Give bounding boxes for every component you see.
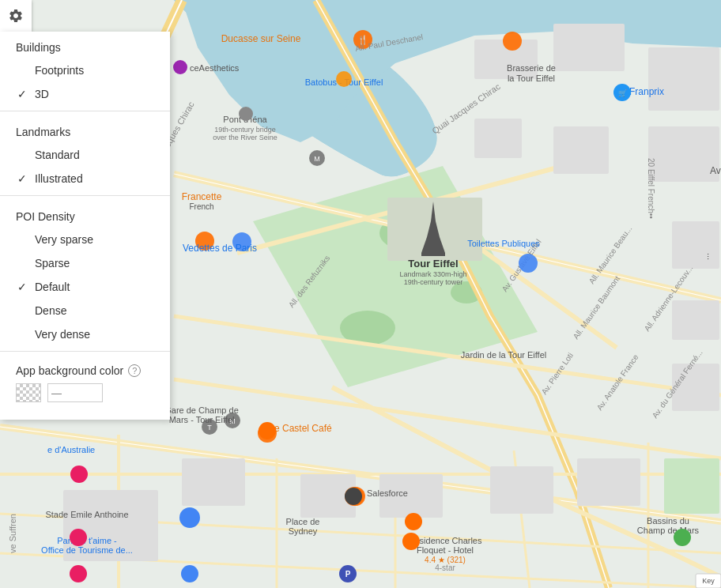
svg-point-57 bbox=[336, 71, 352, 87]
svg-rect-21 bbox=[672, 300, 719, 340]
svg-text:Sydney: Sydney bbox=[289, 526, 318, 536]
svg-text:Brasserie de: Brasserie de bbox=[507, 63, 556, 73]
svg-text:Bassins du: Bassins du bbox=[647, 516, 689, 526]
svg-text:Floquet - Hotel: Floquet - Hotel bbox=[417, 545, 474, 555]
svg-text:French: French bbox=[189, 202, 213, 211]
svg-rect-24 bbox=[182, 458, 245, 506]
svg-text:Paris je t'aime -: Paris je t'aime - bbox=[57, 536, 117, 545]
color-text-input[interactable] bbox=[47, 383, 103, 402]
svg-text:...: ... bbox=[706, 253, 715, 260]
svg-rect-15 bbox=[553, 24, 625, 71]
svg-text:P: P bbox=[345, 570, 351, 579]
svg-rect-17 bbox=[648, 126, 719, 182]
poi-very-dense[interactable]: Very dense bbox=[0, 322, 170, 346]
svg-point-116 bbox=[173, 60, 187, 74]
buildings-section-header: Buildings bbox=[0, 32, 170, 58]
svg-text:Toilettes Publiques: Toilettes Publiques bbox=[467, 239, 540, 248]
illustrated-option[interactable]: Illustrated bbox=[0, 167, 170, 190]
svg-rect-18 bbox=[553, 126, 609, 174]
svg-text:Ducasse sur Seine: Ducasse sur Seine bbox=[221, 33, 301, 44]
svg-text:Av. B...: Av. B... bbox=[710, 165, 721, 176]
svg-text:Jardin de la Tour Eiffel: Jardin de la Tour Eiffel bbox=[461, 350, 546, 360]
svg-text:e d'Australie: e d'Australie bbox=[47, 445, 95, 454]
settings-gear-button[interactable] bbox=[0, 0, 32, 32]
svg-rect-27 bbox=[490, 466, 553, 514]
svg-text:Gare de Champ de: Gare de Champ de bbox=[164, 405, 239, 415]
svg-rect-29 bbox=[664, 458, 719, 514]
svg-text:Le Castel Café: Le Castel Café bbox=[269, 423, 332, 434]
svg-text:Place de: Place de bbox=[286, 517, 320, 526]
help-icon[interactable]: ? bbox=[128, 364, 141, 377]
poi-very-sparse[interactable]: Very sparse bbox=[0, 228, 170, 251]
svg-point-49 bbox=[519, 254, 538, 273]
standard-option[interactable]: Standard bbox=[0, 143, 170, 167]
svg-point-101 bbox=[181, 565, 198, 582]
svg-text:Office de Tourisme de...: Office de Tourisme de... bbox=[41, 545, 133, 555]
svg-text:Salesforce: Salesforce bbox=[367, 488, 408, 498]
svg-text:Francette: Francette bbox=[182, 191, 222, 202]
svg-text:Landmark 330m-high: Landmark 330m-high bbox=[399, 270, 466, 278]
svg-text:Vedettes de Paris: Vedettes de Paris bbox=[183, 243, 257, 254]
poi-dense[interactable]: Dense bbox=[0, 299, 170, 322]
svg-text:over the River Seine: over the River Seine bbox=[213, 134, 277, 141]
svg-text:4-star: 4-star bbox=[435, 564, 455, 572]
svg-text:Stade Emile Anthoine: Stade Emile Anthoine bbox=[45, 510, 128, 519]
app-bg-label: App background color ? bbox=[16, 364, 154, 377]
color-input-row bbox=[16, 383, 154, 402]
svg-text:20 Eiffel French••: 20 Eiffel French•• bbox=[647, 158, 655, 219]
footprints-option[interactable]: Footprints bbox=[0, 58, 170, 82]
svg-point-80 bbox=[345, 488, 362, 505]
svg-text:Franprix: Franprix bbox=[629, 86, 664, 97]
svg-text:Mars - Tour Eiffel: Mars - Tour Eiffel bbox=[169, 415, 235, 424]
svg-text:19th-century bridge: 19th-century bridge bbox=[214, 126, 276, 134]
svg-point-66 bbox=[239, 107, 253, 121]
svg-rect-19 bbox=[474, 119, 522, 158]
settings-panel: Buildings Footprints 3D Landmarks Standa… bbox=[0, 32, 170, 420]
landmarks-section-header: Landmarks bbox=[0, 116, 170, 143]
svg-text:la Tour Eiffel: la Tour Eiffel bbox=[508, 74, 555, 83]
svg-text:Key: Key bbox=[702, 577, 715, 585]
svg-text:19th-century tower: 19th-century tower bbox=[404, 278, 463, 286]
svg-rect-16 bbox=[648, 47, 719, 111]
svg-rect-20 bbox=[672, 221, 719, 269]
svg-text:ceAesthetics: ceAesthetics bbox=[190, 63, 240, 73]
3d-option[interactable]: 3D bbox=[0, 82, 170, 106]
poi-sparse[interactable]: Sparse bbox=[0, 251, 170, 275]
svg-point-103 bbox=[70, 466, 88, 483]
svg-rect-28 bbox=[577, 458, 640, 506]
poi-default[interactable]: Default bbox=[0, 275, 170, 299]
app-bg-section: App background color ? bbox=[0, 356, 170, 407]
svg-text:Tour Eiffel: Tour Eiffel bbox=[408, 258, 458, 270]
svg-point-78 bbox=[259, 422, 276, 439]
svg-text:ve Suffren: ve Suffren bbox=[8, 514, 17, 553]
svg-point-92 bbox=[402, 533, 420, 550]
poi-density-section-header: POI Density bbox=[0, 201, 170, 228]
svg-text:M: M bbox=[314, 155, 320, 163]
svg-text:T: T bbox=[207, 424, 212, 432]
svg-point-82 bbox=[179, 507, 200, 528]
svg-point-46 bbox=[503, 32, 522, 51]
svg-rect-34 bbox=[421, 253, 445, 256]
color-picker-swatch[interactable] bbox=[16, 383, 41, 402]
svg-point-102 bbox=[405, 513, 422, 530]
svg-point-85 bbox=[70, 529, 87, 546]
svg-text:🛒: 🛒 bbox=[618, 89, 628, 98]
svg-point-100 bbox=[674, 529, 691, 546]
svg-point-99 bbox=[70, 565, 87, 582]
